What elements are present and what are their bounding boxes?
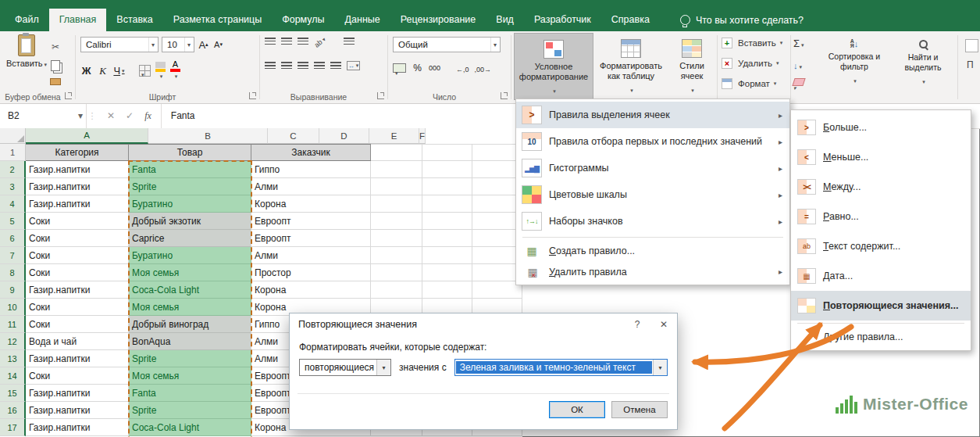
cell-category[interactable]: Газир.напитки bbox=[26, 281, 129, 299]
increase-indent-icon[interactable] bbox=[330, 62, 341, 70]
cell-empty[interactable] bbox=[371, 178, 422, 195]
cell-empty[interactable] bbox=[422, 230, 472, 247]
align-top-icon[interactable] bbox=[265, 38, 276, 46]
ribbon-tab[interactable]: Разработчик bbox=[524, 9, 601, 31]
ribbon-tab[interactable]: Вид bbox=[486, 9, 524, 31]
cell-empty[interactable] bbox=[371, 281, 422, 299]
clear-icon[interactable] bbox=[792, 78, 805, 86]
cell-empty[interactable] bbox=[422, 281, 472, 299]
row-header[interactable]: 3 bbox=[0, 178, 26, 195]
cell-customer[interactable]: Алми bbox=[251, 247, 371, 264]
menu-item-new-rule[interactable]: Создать правило... bbox=[516, 240, 789, 261]
row-header[interactable]: 13 bbox=[0, 350, 26, 367]
cell-customer[interactable]: Простор bbox=[251, 264, 371, 281]
chevron-down-icon[interactable] bbox=[148, 38, 157, 52]
find-select-button[interactable]: Найти и выделить bbox=[892, 33, 954, 100]
cell-category[interactable]: Соки bbox=[26, 213, 129, 230]
decrease-indent-icon[interactable] bbox=[314, 62, 325, 70]
rule-type-combo[interactable]: повторяющиеся bbox=[299, 359, 391, 376]
submenu-item-duplicate-values[interactable]: Повторяющиеся значения... bbox=[791, 291, 971, 321]
tell-me-box[interactable]: Что вы хотите сделать? bbox=[680, 9, 804, 31]
chevron-down-icon[interactable] bbox=[490, 38, 499, 52]
row-header[interactable]: 4 bbox=[0, 195, 26, 213]
ribbon-tab[interactable]: Вставка bbox=[106, 9, 162, 31]
row-header[interactable]: 8 bbox=[0, 264, 26, 281]
cell-customer[interactable]: Гиппо bbox=[251, 161, 371, 178]
cell-category[interactable]: Газир.напитки bbox=[26, 161, 129, 178]
row-header[interactable]: 16 bbox=[0, 402, 26, 419]
dialog-title-bar[interactable]: Повторяющиеся значения ? ✕ bbox=[290, 313, 677, 335]
cell-empty[interactable] bbox=[422, 264, 472, 281]
cell-category[interactable]: Вода и чай bbox=[26, 333, 129, 350]
chevron-down-icon[interactable] bbox=[376, 360, 390, 375]
cell-product[interactable]: Моя семья bbox=[129, 367, 251, 385]
submenu-item-date[interactable]: Дата... bbox=[791, 261, 971, 291]
align-bottom-icon[interactable] bbox=[298, 38, 308, 46]
cell-product[interactable]: Добрый виноград bbox=[129, 316, 251, 333]
submenu-item-more-rules[interactable]: Другие правила... bbox=[791, 326, 971, 348]
cell-category[interactable]: Соки bbox=[26, 247, 129, 264]
cell-product[interactable]: Caprice bbox=[129, 230, 251, 247]
cell-product[interactable]: Моя семья bbox=[129, 299, 251, 316]
ribbon-tab[interactable]: Рецензирование bbox=[390, 9, 486, 31]
ribbon-tab[interactable]: Главная bbox=[49, 9, 107, 31]
submenu-item-text-contains[interactable]: Текст содержит... bbox=[791, 231, 971, 261]
cell-product[interactable]: Буратино bbox=[129, 195, 251, 213]
align-middle-icon[interactable] bbox=[281, 38, 292, 46]
font-color-icon[interactable]: А bbox=[170, 61, 180, 81]
cell-customer[interactable]: Евроопт bbox=[251, 213, 371, 230]
ribbon-tab[interactable]: Справка bbox=[601, 9, 660, 31]
cell-a1[interactable]: Категория bbox=[26, 144, 129, 161]
borders-icon[interactable] bbox=[139, 65, 151, 77]
cell-empty[interactable] bbox=[371, 264, 422, 281]
cell-empty[interactable] bbox=[371, 213, 422, 230]
row-header[interactable]: 15 bbox=[0, 385, 26, 402]
decrease-decimal-icon[interactable] bbox=[475, 61, 492, 75]
percent-button[interactable]: % bbox=[412, 61, 423, 75]
submenu-item-equal-to[interactable]: Равно... bbox=[791, 202, 971, 231]
cell-category[interactable]: Соки bbox=[26, 299, 129, 316]
orientation-icon[interactable] bbox=[313, 35, 327, 49]
cell-category[interactable]: Соки bbox=[26, 264, 129, 281]
paste-button[interactable]: Вставить bbox=[8, 34, 45, 68]
fill-color-icon[interactable] bbox=[155, 61, 166, 81]
conditional-formatting-button[interactable]: Условное форматирование bbox=[514, 33, 593, 100]
cell-customer[interactable]: Корона bbox=[251, 195, 371, 213]
increase-decimal-icon[interactable] bbox=[456, 61, 469, 75]
menu-item-icon-sets[interactable]: Наборы значков bbox=[516, 208, 789, 235]
cell-styles-button[interactable]: Стили ячеек bbox=[668, 33, 715, 100]
row-header[interactable]: 17 bbox=[0, 419, 26, 436]
row-header[interactable]: 9 bbox=[0, 281, 26, 299]
cell-empty[interactable] bbox=[371, 230, 422, 247]
chevron-down-icon[interactable] bbox=[78, 110, 83, 121]
cell-empty[interactable] bbox=[371, 161, 422, 178]
column-header[interactable]: C bbox=[268, 128, 319, 144]
cell-product[interactable]: BonAqua bbox=[129, 333, 251, 350]
menu-item-top-bottom-rules[interactable]: Правила отбора первых и последних значен… bbox=[516, 128, 789, 155]
cell-empty[interactable] bbox=[422, 161, 472, 178]
row-header[interactable]: 1 bbox=[0, 144, 26, 161]
cell-empty[interactable] bbox=[422, 213, 472, 230]
comma-style-button[interactable]: 000 bbox=[429, 61, 440, 75]
font-dialog-launcher-icon[interactable] bbox=[249, 92, 256, 99]
help-icon[interactable]: ? bbox=[624, 314, 650, 335]
cell-customer[interactable]: Корона bbox=[251, 281, 371, 299]
italic-button[interactable]: К bbox=[97, 64, 109, 78]
submenu-item-greater-than[interactable]: Больше... bbox=[791, 113, 971, 142]
cancel-icon[interactable]: ✕ bbox=[107, 110, 115, 121]
ribbon-tab[interactable]: Файл bbox=[5, 9, 49, 31]
cell-empty[interactable] bbox=[422, 144, 472, 161]
column-header[interactable]: F bbox=[419, 128, 426, 144]
format-as-table-button[interactable]: Форматировать как таблицу bbox=[595, 33, 667, 100]
select-all-corner[interactable] bbox=[0, 128, 26, 144]
ribbon-tab[interactable]: Данные bbox=[335, 9, 390, 31]
autosum-button[interactable]: Σ bbox=[793, 38, 804, 49]
cell-empty[interactable] bbox=[371, 195, 422, 213]
cell-product[interactable]: Sprite bbox=[129, 350, 251, 367]
font-size-combo[interactable]: 10 bbox=[162, 37, 194, 52]
cell-customer[interactable]: Алми bbox=[251, 178, 371, 195]
cell-b1[interactable]: Товар bbox=[129, 144, 251, 161]
align-center-icon[interactable] bbox=[281, 62, 292, 70]
name-box[interactable]: B2 bbox=[0, 103, 87, 128]
row-header[interactable]: 11 bbox=[0, 316, 26, 333]
